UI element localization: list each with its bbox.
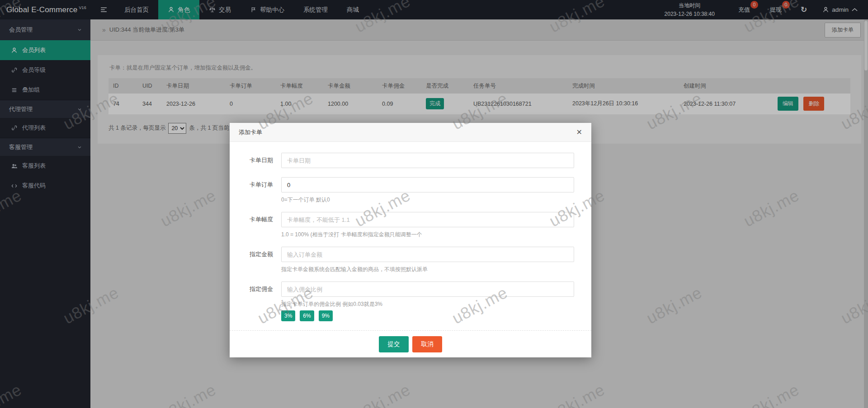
card-range-input[interactable] bbox=[281, 212, 574, 227]
specified-amount-input[interactable] bbox=[281, 247, 574, 262]
modal-body: 卡单日期 卡单订单 0=下一个订单 默认0 卡单幅度 1.0 = 100% (相… bbox=[230, 142, 591, 330]
commission-6-button[interactable]: 6% bbox=[300, 310, 314, 321]
field-label-order: 卡单订单 bbox=[230, 181, 273, 189]
field-hint-commission: 指定卡单订单的佣金比例 例如0.03就是3% bbox=[281, 300, 382, 308]
field-label-date: 卡单日期 bbox=[230, 156, 273, 164]
field-label-range: 卡单幅度 bbox=[230, 216, 273, 224]
form-row-range: 卡单幅度 bbox=[230, 212, 591, 227]
form-row-order: 卡单订单 bbox=[230, 177, 591, 192]
modal-footer: 提交 取消 bbox=[230, 330, 591, 357]
submit-button[interactable]: 提交 bbox=[379, 336, 409, 352]
field-hint-range: 1.0 = 100% (相当于没打 卡单幅度和指定金额只能调整一个 bbox=[281, 231, 422, 239]
field-hint-amount: 指定卡单金额系统会匹配输入金额的商品，不填按照默认派单 bbox=[281, 266, 428, 273]
modal-title: 添加卡单 bbox=[239, 128, 262, 136]
cancel-button[interactable]: 取消 bbox=[412, 336, 442, 352]
field-label-amount: 指定金额 bbox=[230, 250, 273, 258]
modal-header: 添加卡单 ✕ bbox=[230, 123, 591, 142]
card-date-input[interactable] bbox=[281, 153, 574, 168]
specified-commission-input[interactable] bbox=[281, 281, 574, 297]
field-label-commission: 指定佣金 bbox=[230, 285, 273, 293]
app-root: Global E-Commerce V16 后台首页 角色 交易 帮助中心 系统… bbox=[0, 0, 868, 408]
close-icon[interactable]: ✕ bbox=[576, 129, 582, 136]
form-row-date: 卡单日期 bbox=[230, 153, 591, 168]
form-row-amount: 指定金额 bbox=[230, 247, 591, 262]
card-order-input[interactable] bbox=[281, 177, 574, 192]
commission-badges: 3% 6% 9% bbox=[281, 310, 333, 321]
field-hint-order: 0=下一个订单 默认0 bbox=[281, 196, 330, 204]
commission-9-button[interactable]: 9% bbox=[319, 310, 333, 321]
add-card-order-modal: 添加卡单 ✕ 卡单日期 卡单订单 0=下一个订单 默认0 卡单幅度 1.0 = … bbox=[230, 123, 591, 357]
commission-3-button[interactable]: 3% bbox=[281, 310, 295, 321]
form-row-commission: 指定佣金 bbox=[230, 281, 591, 297]
